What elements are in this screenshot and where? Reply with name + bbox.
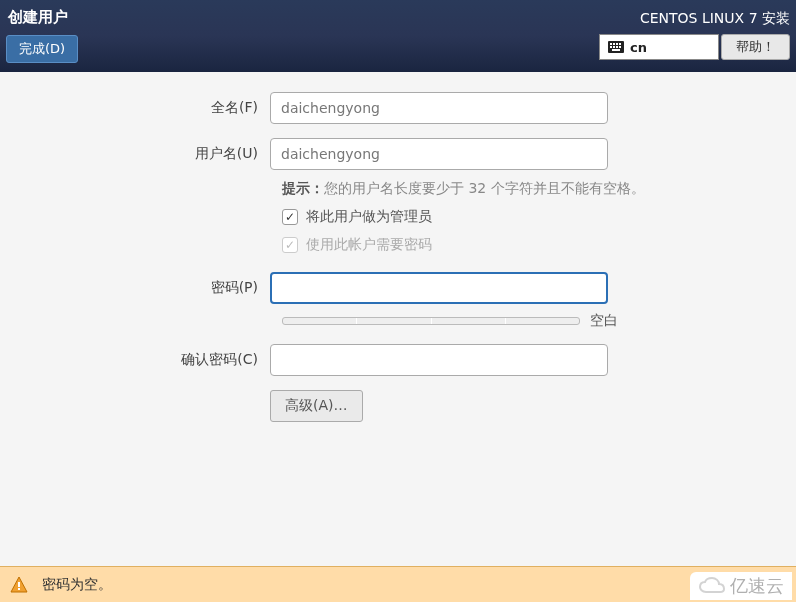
hint-text: 您的用户名长度要少于 32 个字符并且不能有空格。 — [324, 180, 645, 196]
username-input[interactable] — [270, 138, 608, 170]
keyboard-icon — [608, 41, 624, 53]
watermark-text: 亿速云 — [730, 574, 784, 598]
svg-rect-4 — [619, 43, 621, 45]
keyboard-layout-label: cn — [630, 40, 647, 55]
make-admin-label: 将此用户做为管理员 — [306, 208, 432, 226]
password-strength-meter — [282, 317, 580, 325]
warning-icon — [10, 576, 28, 594]
require-password-checkbox — [282, 237, 298, 253]
confirm-password-input[interactable] — [270, 344, 608, 376]
make-admin-row[interactable]: 将此用户做为管理员 — [40, 208, 756, 226]
installer-title: CENTOS LINUX 7 安装 — [640, 10, 790, 28]
svg-rect-1 — [610, 43, 612, 45]
help-button[interactable]: 帮助！ — [721, 34, 790, 60]
password-label: 密码(P) — [40, 279, 270, 297]
username-hint: 提示：您的用户名长度要少于 32 个字符并且不能有空格。 — [40, 180, 756, 198]
confirm-password-label: 确认密码(C) — [40, 351, 270, 369]
warning-message: 密码为空。 — [42, 576, 112, 594]
svg-rect-6 — [613, 46, 615, 48]
svg-rect-3 — [616, 43, 618, 45]
svg-rect-2 — [613, 43, 615, 45]
create-user-form: 全名(F) 用户名(U) 提示：您的用户名长度要少于 32 个字符并且不能有空格… — [0, 72, 796, 456]
keyboard-layout-selector[interactable]: cn — [599, 34, 719, 60]
header-left: 创建用户 完成(D) — [6, 6, 78, 63]
done-button[interactable]: 完成(D) — [6, 35, 78, 63]
advanced-button[interactable]: 高级(A)… — [270, 390, 363, 422]
svg-rect-11 — [18, 582, 20, 587]
watermark: 亿速云 — [690, 572, 792, 600]
password-input[interactable] — [270, 272, 608, 304]
header-controls: cn 帮助！ — [599, 34, 790, 60]
make-admin-checkbox[interactable] — [282, 209, 298, 225]
svg-rect-5 — [610, 46, 612, 48]
username-label: 用户名(U) — [40, 145, 270, 163]
header-bar: 创建用户 完成(D) CENTOS LINUX 7 安装 cn 帮助！ — [0, 0, 796, 72]
svg-rect-12 — [18, 588, 20, 590]
header-right: CENTOS LINUX 7 安装 cn 帮助！ — [599, 6, 790, 60]
fullname-label: 全名(F) — [40, 99, 270, 117]
svg-rect-7 — [616, 46, 618, 48]
page-title: 创建用户 — [6, 6, 78, 29]
require-password-label: 使用此帐户需要密码 — [306, 236, 432, 254]
svg-rect-9 — [612, 49, 620, 51]
require-password-row: 使用此帐户需要密码 — [40, 236, 756, 254]
password-strength-row: 空白 — [40, 312, 756, 330]
warning-bar: 密码为空。 — [0, 566, 796, 602]
password-strength-text: 空白 — [590, 312, 618, 330]
cloud-icon — [698, 576, 726, 596]
fullname-input[interactable] — [270, 92, 608, 124]
hint-label: 提示： — [282, 180, 324, 196]
svg-rect-8 — [619, 46, 621, 48]
